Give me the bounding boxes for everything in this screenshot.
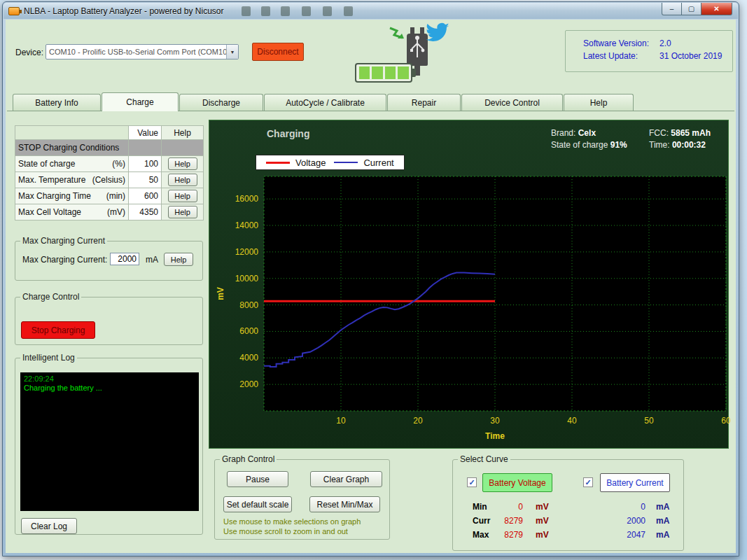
chevron-down-icon[interactable]: ▼ [226,45,238,59]
log-output[interactable]: 22:09:24 Charging the battery ... [20,372,199,511]
max-charging-current-group-title: Max Charging Current [20,236,107,246]
tab-autocycle-calibrate[interactable]: AutoCycle / Calibrate [264,94,386,111]
condition-label: Max Cell Voltage [18,207,81,217]
max-charging-current-unit: mA [146,255,158,265]
battery-current-button[interactable]: Battery Current [600,473,670,492]
max-charging-current-label: Max Charging Current: [22,255,107,265]
legend-current: Current [334,158,393,168]
condition-unit: (mV) [107,207,125,217]
state-of-charge-info: State of charge 91% [551,140,627,150]
select-curve-group: Select Curve ✓ Battery Voltage ✓ Battery… [452,454,684,551]
graph-hint-1: Use mouse to make selections on graph [223,517,361,526]
reset-minmax-button[interactable]: Reset Min/Max [309,496,380,512]
disconnect-button[interactable]: Disconnect [252,43,304,61]
device-select-value: COM10 - Prolific USB-to-Serial Comm Port… [46,48,226,56]
max-voltage: 8279 [491,530,523,540]
max-charging-time-value[interactable]: 600 [129,188,162,204]
brand-info: Brand: Celx [551,128,596,138]
help-button[interactable]: Help [168,190,197,202]
table-row: Max. Temperature(Celsius) 50 Help [15,172,204,188]
svg-text:40: 40 [567,416,577,426]
ghost-desktop-icon [323,6,332,16]
maximize-button[interactable]: ▢ [682,3,701,15]
help-button[interactable]: Help [168,158,197,170]
max-current: 2047 [593,530,645,540]
max-cell-voltage-value[interactable]: 4350 [129,204,162,220]
log-message: Charging the battery ... [24,384,195,393]
svg-text:4000: 4000 [239,353,258,363]
battery-voltage-checkbox[interactable]: ✓ [467,477,477,487]
tab-help[interactable]: Help [564,94,634,111]
curr-voltage: 8279 [491,516,523,526]
condition-unit: (Celsius) [92,175,125,185]
min-current: 0 [593,502,645,512]
close-button[interactable]: ✕ [701,3,732,15]
help-button[interactable]: Help [168,206,197,218]
stop-conditions-table: Value Help STOP Charging Conditions Stat… [15,125,204,220]
help-column-header: Help [162,126,204,140]
curr-values-row: Curr 8279 mV 2000 mA [453,516,683,530]
log-timestamp: 22:09:24 [24,374,195,384]
current-line-swatch [334,162,358,163]
tab-device-control[interactable]: Device Control [461,94,563,111]
svg-text:10: 10 [336,416,346,426]
svg-text:16000: 16000 [235,194,259,204]
svg-text:6000: 6000 [239,326,258,336]
software-version-value: 2.0 [659,38,671,51]
soc-value: 91% [610,140,627,150]
svg-text:12000: 12000 [235,247,259,257]
charge-control-group: Charge Control Stop Charging [15,292,203,345]
graph-hint-2: Use mouse scroll to zoom in and out [223,527,348,536]
version-info-box: Software Version: 2.0 Latest Update: 31 … [565,30,733,72]
graph-control-group: Graph Control Pause Clear Graph Set defa… [214,454,390,540]
svg-text:8000: 8000 [239,300,258,310]
condition-label: State of charge [18,159,75,169]
window-body: Device: COM10 - Prolific USB-to-Serial C… [6,20,736,553]
twitter-bird-icon [425,22,450,43]
tab-battery-info[interactable]: Battery Info [13,94,101,111]
help-button[interactable]: Help [164,253,193,266]
intelligent-log-group-title: Intelligent Log [20,353,77,363]
clear-graph-button[interactable]: Clear Graph [310,471,382,487]
svg-text:Time: Time [485,431,505,441]
green-arrow-icon [389,27,407,41]
svg-text:50: 50 [644,416,654,426]
intelligent-log-group: Intelligent Log 22:09:24 Charging the ba… [15,353,203,535]
fcc-info: FCC: 5865 mAh [649,128,711,138]
max-temperature-value[interactable]: 50 [129,172,162,188]
tab-discharge[interactable]: Discharge [179,94,263,111]
condition-label: Max. Temperature [18,175,86,185]
device-select[interactable]: COM10 - Prolific USB-to-Serial Comm Port… [46,44,239,59]
svg-text:60: 60 [721,416,731,426]
set-default-scale-button[interactable]: Set default scale [223,496,292,512]
graph-control-group-title: Graph Control [220,454,277,464]
latest-update-value: 31 October 2019 [659,51,722,64]
clear-log-button[interactable]: Clear Log [21,518,77,534]
max-charging-current-group: Max Charging Current Max Charging Curren… [15,236,203,281]
battery-voltage-button[interactable]: Battery Voltage [482,473,552,492]
ghost-desktop-icon [242,6,251,16]
check-icon: ✓ [585,478,591,487]
stop-charging-button[interactable]: Stop Charging [21,321,95,339]
svg-text:10000: 10000 [235,274,259,284]
ghost-desktop-icon [344,6,353,16]
battery-graphic-icon [355,63,412,83]
minimize-button[interactable]: – [662,3,682,15]
charging-graph[interactable]: 2000400060008000100001200014000160001020… [209,169,732,449]
max-charging-current-input[interactable] [110,253,139,265]
pause-button[interactable]: Pause [227,471,288,487]
legend-voltage-label: Voltage [295,158,326,168]
tab-repair[interactable]: Repair [387,94,461,111]
usb-battery-graphic [352,22,475,90]
value-column-header: Value [129,126,162,140]
software-version-label: Software Version: [583,38,659,51]
titlebar[interactable]: NLBA - Laptop Battery Analyzer - powered… [4,3,738,19]
legend-voltage: Voltage [266,158,326,168]
fcc-value: 5865 mAh [671,128,711,138]
tab-charge[interactable]: Charge [102,92,179,111]
help-button[interactable]: Help [168,174,197,186]
state-of-charge-value[interactable]: 100 [129,156,162,172]
battery-current-checkbox[interactable]: ✓ [583,477,593,487]
voltage-line-swatch [266,162,290,164]
min-values-row: Min 0 mV 0 mA [453,502,683,516]
